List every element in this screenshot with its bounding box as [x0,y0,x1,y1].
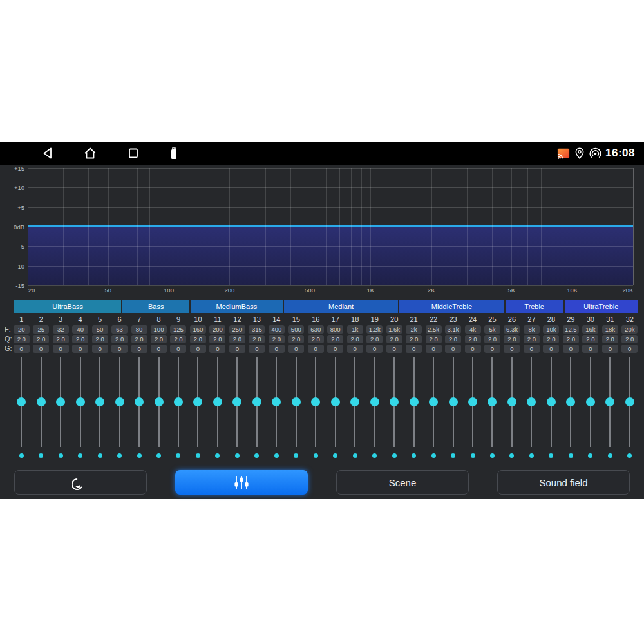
gain-slider[interactable] [36,357,46,447]
gain-slider[interactable] [55,357,66,447]
gain-slider[interactable] [448,357,459,447]
channel-dot[interactable] [274,453,279,458]
gain-slider[interactable] [134,357,144,447]
sound-field-button[interactable]: Sound field [497,470,630,495]
slider-knob[interactable] [566,397,575,406]
scene-button[interactable]: Scene [336,470,469,495]
gain-slider[interactable] [546,357,556,447]
slider-knob[interactable] [605,397,614,406]
slider-knob[interactable] [17,397,26,406]
channel-dot[interactable] [608,453,612,458]
gain-slider[interactable] [605,357,615,447]
channel-dot[interactable] [333,453,337,458]
channel-dot[interactable] [588,453,592,458]
gain-slider[interactable] [468,357,478,447]
gain-slider[interactable] [389,357,399,447]
gain-slider[interactable] [173,357,184,447]
gain-slider[interactable] [75,357,86,447]
slider-knob[interactable] [213,397,222,406]
slider-knob[interactable] [410,397,419,406]
channel-dot[interactable] [215,453,220,458]
slider-knob[interactable] [370,397,379,406]
gain-slider[interactable] [625,357,635,447]
slider-knob[interactable] [586,397,595,406]
slider-knob[interactable] [350,397,359,406]
gain-slider[interactable] [115,357,125,447]
slider-knob[interactable] [252,397,261,406]
channel-dot[interactable] [19,453,24,458]
channel-dot[interactable] [59,453,63,458]
slider-knob[interactable] [232,397,242,406]
gain-slider[interactable] [428,357,439,447]
gain-slider[interactable] [95,357,105,447]
channel-dot[interactable] [137,453,142,458]
slider-knob[interactable] [115,397,124,406]
channel-dot[interactable] [353,453,357,458]
gain-slider[interactable] [507,357,517,447]
eq-tab-button[interactable] [175,470,308,495]
gain-slider[interactable] [565,357,576,447]
gain-slider[interactable] [370,357,380,447]
slider-knob[interactable] [527,397,536,406]
home-icon[interactable] [82,146,98,161]
channel-dot[interactable] [509,453,514,458]
channel-dot[interactable] [627,453,632,458]
gain-slider[interactable] [16,357,26,447]
channel-dot[interactable] [529,453,534,458]
slider-knob[interactable] [155,397,164,406]
slider-knob[interactable] [174,397,183,406]
slider-knob[interactable] [429,397,438,406]
channel-dot[interactable] [451,453,455,458]
channel-dot[interactable] [254,453,259,458]
slider-knob[interactable] [488,397,497,406]
channel-dot[interactable] [78,453,82,458]
slider-knob[interactable] [331,397,340,406]
gain-slider[interactable] [350,357,360,447]
channel-dot[interactable] [196,453,200,458]
slider-knob[interactable] [449,397,458,406]
gain-slider[interactable] [585,357,596,447]
channel-dot[interactable] [549,453,553,458]
gain-slider[interactable] [232,357,242,447]
slider-knob[interactable] [311,397,320,406]
channel-dot[interactable] [431,453,436,458]
slider-knob[interactable] [468,397,477,406]
slider-knob[interactable] [37,397,46,406]
back-icon[interactable] [40,146,55,161]
slider-knob[interactable] [193,397,202,406]
slider-knob[interactable] [95,397,104,406]
gain-slider[interactable] [193,357,203,447]
gain-slider[interactable] [291,357,301,447]
gain-slider[interactable] [252,357,262,447]
channel-dot[interactable] [569,453,573,458]
channel-dot[interactable] [235,453,240,458]
channel-dot[interactable] [314,453,318,458]
slider-knob[interactable] [390,397,399,406]
reset-button[interactable] [14,470,147,495]
recents-icon[interactable] [126,146,141,161]
slider-knob[interactable] [507,397,516,406]
channel-dot[interactable] [156,453,161,458]
channel-dot[interactable] [471,453,475,458]
slider-knob[interactable] [547,397,556,406]
channel-dot[interactable] [392,453,397,458]
slider-knob[interactable] [76,397,85,406]
gain-slider[interactable] [526,357,536,447]
channel-dot[interactable] [412,453,416,458]
slider-knob[interactable] [56,397,65,406]
channel-dot[interactable] [176,453,180,458]
channel-dot[interactable] [39,453,43,458]
slider-knob[interactable] [625,397,634,406]
gain-slider[interactable] [487,357,497,447]
channel-dot[interactable] [98,453,102,458]
gain-slider[interactable] [409,357,419,447]
gain-slider[interactable] [154,357,164,447]
channel-dot[interactable] [372,453,377,458]
gain-slider[interactable] [330,357,341,447]
slider-knob[interactable] [272,397,281,406]
gain-slider[interactable] [310,357,321,447]
channel-dot[interactable] [117,453,122,458]
gain-slider[interactable] [271,357,281,447]
slider-knob[interactable] [292,397,301,406]
slider-knob[interactable] [135,397,144,406]
